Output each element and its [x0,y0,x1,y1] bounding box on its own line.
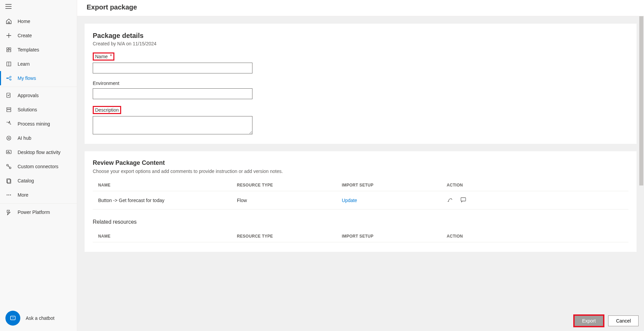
sidebar: Home Create Templates Learn My flows [0,0,77,331]
col-header-type: RESOURCE TYPE [237,183,342,187]
chatbot-button[interactable]: ? [5,311,20,326]
templates-icon [5,46,12,53]
comment-action-icon[interactable] [460,197,466,204]
review-content-card: Review Package Content Choose your expor… [85,151,637,252]
ai-hub-icon [5,135,12,141]
nav-divider [0,203,77,204]
svg-point-1 [10,76,11,78]
nav-my-flows[interactable]: My flows [0,71,77,85]
nav-templates[interactable]: Templates [0,43,77,57]
row-name: Button -> Get forecast for today [98,198,237,203]
home-icon [5,18,12,25]
nav-more[interactable]: More [0,188,77,202]
page-header: Export package [77,0,644,16]
page-title: Export package [87,3,635,11]
nav-home[interactable]: Home [0,14,77,28]
book-icon [5,61,12,67]
power-platform-icon [5,209,12,216]
nav-desktop-flow[interactable]: Desktop flow activity [0,145,77,159]
col-header-setup: IMPORT SETUP [342,183,447,187]
main-content: Export package Package details Created b… [77,0,644,331]
environment-label: Environment [93,81,119,86]
nav-label: Solutions [18,107,37,112]
col-header-name: NAME [98,183,237,187]
related-resource-table: NAME RESOURCE TYPE IMPORT SETUP ACTION [93,230,628,242]
package-details-card: Package details Created by N/A on 11/15/… [85,24,637,144]
nav-create[interactable]: Create [0,28,77,43]
svg-point-11 [7,195,8,196]
col-header-action: ACTION [447,183,628,187]
nav-custom-connectors[interactable]: Custom connectors [0,159,77,174]
nav-label: Learn [18,61,30,67]
process-mining-icon [5,120,12,127]
col-header-setup: IMPORT SETUP [342,234,447,239]
review-heading: Review Package Content [93,159,628,167]
svg-point-0 [6,78,8,79]
nav-label: Desktop flow activity [18,150,61,155]
row-type: Flow [237,198,342,203]
nav-label: Home [18,19,30,24]
related-resources-heading: Related resources [93,219,628,225]
svg-text:?: ? [12,316,14,319]
svg-rect-3 [7,93,10,97]
edit-action-icon[interactable] [447,197,453,204]
chatbot-label[interactable]: Ask a chatbot [26,315,54,321]
related-table-header-row: NAME RESOURCE TYPE IMPORT SETUP ACTION [93,230,628,242]
col-header-type: RESOURCE TYPE [237,234,342,239]
cancel-button[interactable]: Cancel [608,315,639,326]
col-header-name: NAME [98,234,237,239]
svg-point-7 [7,164,8,166]
nav-catalog[interactable]: Catalog [0,174,77,188]
chatbot-icon: ? [9,314,17,322]
nav-label: Approvals [18,93,39,98]
nav-label: My flows [18,75,36,81]
scrollbar-thumb[interactable] [639,16,643,185]
svg-rect-16 [461,198,466,201]
name-label-highlight: Name * [93,52,114,61]
nav-label: Templates [18,47,39,52]
flows-icon [5,75,12,82]
description-input[interactable] [93,116,252,134]
svg-point-8 [9,167,11,169]
description-label: Description [95,107,119,113]
solutions-icon [5,106,12,113]
resource-table: NAME RESOURCE TYPE IMPORT SETUP ACTION B… [93,179,628,209]
name-input[interactable] [93,63,252,73]
environment-input[interactable] [93,88,252,99]
review-subtext: Choose your export options and add comme… [93,169,628,174]
col-header-action: ACTION [447,234,628,239]
nav-learn[interactable]: Learn [0,57,77,71]
hamburger-icon [5,4,12,9]
connectors-icon [5,163,12,170]
nav-label: Catalog [18,178,34,183]
table-header-row: NAME RESOURCE TYPE IMPORT SETUP ACTION [93,179,628,191]
svg-point-5 [8,137,9,139]
nav-label: Power Platform [18,209,50,215]
nav-label: Custom connectors [18,164,59,169]
nav-solutions[interactable]: Solutions [0,103,77,117]
svg-point-13 [10,195,11,196]
scrollbar[interactable] [639,16,644,331]
nav-ai-hub[interactable]: AI hub [0,131,77,145]
required-asterisk: * [110,53,112,59]
created-by-text: Created by N/A on 11/15/2024 [93,41,628,46]
export-button[interactable]: Export [574,315,603,326]
hamburger-button[interactable] [0,0,77,14]
nav-power-platform[interactable]: Power Platform [0,205,77,219]
approvals-icon [5,92,12,99]
nav-label: Create [18,33,32,38]
name-label: Name [95,54,108,59]
nav-approvals[interactable]: Approvals [0,88,77,103]
nav-label: AI hub [18,135,31,141]
nav-label: More [18,192,28,198]
nav-divider [0,87,77,87]
footer-actions: Export Cancel [77,311,639,331]
import-setup-link[interactable]: Update [342,198,357,203]
svg-point-2 [10,79,11,80]
plus-icon [5,32,12,39]
nav-process-mining[interactable]: Process mining [0,117,77,131]
description-label-highlight: Description [93,106,121,114]
catalog-icon [5,177,12,184]
svg-point-12 [8,195,9,196]
desktop-flow-icon [5,149,12,156]
